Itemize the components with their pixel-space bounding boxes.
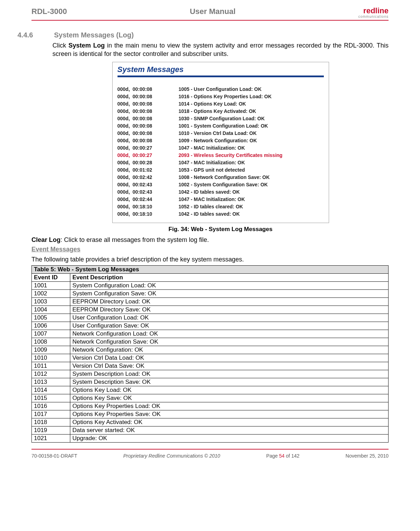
table-row: 1021Upgrade: OK	[32, 434, 389, 442]
event-desc-cell: Upgrade: OK	[70, 434, 389, 442]
table-row: 1008Network Configuration Save: OK	[32, 338, 389, 346]
log-time: 000d, 00:00:08	[118, 108, 179, 115]
log-row: 000d, 00:00:081030 - SNMP Configuration …	[118, 115, 324, 122]
log-row: 000d, 00:18:101052 - ID tables cleared: …	[118, 203, 324, 210]
log-time: 000d, 00:00:28	[118, 159, 179, 166]
log-row: 000d, 00:00:081005 - User Configuration …	[118, 86, 324, 93]
event-id-cell: 1005	[32, 314, 70, 322]
log-time: 000d, 00:00:08	[118, 100, 179, 108]
event-id-cell: 1019	[32, 426, 70, 434]
event-desc-cell: Options Key Properties Load: OK	[70, 402, 389, 410]
footer-page-current: 54	[279, 453, 285, 459]
log-message: 1002 - System Configuration Save: OK	[179, 181, 324, 188]
log-message: 1001 - System Configuration Load: OK	[179, 122, 324, 130]
log-row: 000d, 00:00:081001 - System Configuratio…	[118, 122, 324, 130]
event-id-cell: 1008	[32, 338, 70, 346]
table-row: 1003EEPROM Directory Load: OK	[32, 297, 389, 306]
event-id-cell: 1021	[32, 434, 70, 442]
log-time: 000d, 00:02:43	[118, 188, 179, 196]
table-row: 1014Options Key Load: OK	[32, 386, 389, 394]
screenshot-divider	[118, 76, 324, 77]
event-messages-heading: Event Messages	[31, 246, 389, 253]
col-header-event-id: Event ID	[32, 273, 70, 281]
log-row: 000d, 00:18:101042 - ID tables saved: OK	[118, 210, 324, 218]
log-row: 000d, 00:00:081009 - Network Configurati…	[118, 137, 324, 144]
figure-caption: Fig. 34: Web - System Log Messages	[52, 226, 389, 233]
event-desc-cell: EEPROM Directory Save: OK	[70, 306, 389, 314]
table-row: 1019Data server started: OK	[32, 426, 389, 434]
log-message: 2093 - Wireless Security Certificates mi…	[179, 152, 324, 159]
event-desc-cell: System Description Save: OK	[70, 378, 389, 386]
event-id-cell: 1007	[32, 330, 70, 338]
event-desc-cell: Network Configuration Load: OK	[70, 330, 389, 338]
event-id-cell: 1009	[32, 346, 70, 354]
header-title: User Manual	[190, 7, 236, 16]
log-message: 1042 - ID tables saved: OK	[179, 188, 324, 196]
table-row: 1018Options Key Activated: OK	[32, 418, 389, 426]
log-row: 000d, 00:02:431002 - System Configuratio…	[118, 181, 324, 188]
log-time: 000d, 00:18:10	[118, 203, 179, 210]
event-id-cell: 1003	[32, 297, 70, 306]
log-time: 000d, 00:18:10	[118, 210, 179, 218]
log-time: 000d, 00:02:44	[118, 196, 179, 203]
event-id-cell: 1002	[32, 289, 70, 297]
footer-copyright: Proprietary Redline Communications © 201…	[123, 453, 220, 459]
event-desc-cell: EEPROM Directory Load: OK	[70, 297, 389, 306]
log-row: 000d, 00:00:271047 - MAC Initialization:…	[118, 144, 324, 152]
log-time: 000d, 00:00:08	[118, 137, 179, 144]
footer-doc-id: 70-00158-01-DRAFT	[31, 453, 77, 459]
log-time: 000d, 00:00:08	[118, 122, 179, 130]
table-title-row: Table 5: Web - System Log Messages	[32, 265, 389, 273]
event-desc-cell: User Configuration Save: OK	[70, 322, 389, 330]
event-desc-cell: Network Configuration Save: OK	[70, 338, 389, 346]
table-row: 1004EEPROM Directory Save: OK	[32, 306, 389, 314]
screenshot-title: System Messages	[118, 65, 324, 74]
log-message: 1047 - MAC Initialization: OK	[179, 144, 324, 152]
log-message: 1053 - GPS unit not detected	[179, 166, 324, 174]
log-row: 000d, 00:00:081010 - Version Ctrl Data L…	[118, 130, 324, 137]
event-id-cell: 1015	[32, 394, 70, 402]
page-footer: 70-00158-01-DRAFT Proprietary Redline Co…	[31, 449, 389, 459]
event-id-cell: 1006	[32, 322, 70, 330]
log-time: 000d, 00:00:27	[118, 152, 179, 159]
event-desc-cell: Version Ctrl Data Save: OK	[70, 362, 389, 370]
event-desc-cell: Data server started: OK	[70, 426, 389, 434]
event-desc-cell: System Configuration Load: OK	[70, 281, 389, 289]
log-time: 000d, 00:01:02	[118, 166, 179, 174]
log-message: 1018 - Options Key Activated: OK	[179, 108, 324, 115]
log-row: 000d, 00:02:421008 - Network Configurati…	[118, 174, 324, 181]
event-id-cell: 1001	[32, 281, 70, 289]
log-row: 000d, 00:00:081014 - Options Key Load: O…	[118, 100, 324, 108]
log-row: 000d, 00:00:281047 - MAC Initialization:…	[118, 159, 324, 166]
log-row: 000d, 00:00:081018 - Options Key Activat…	[118, 108, 324, 115]
table-row: 1002System Configuration Save: OK	[32, 289, 389, 297]
event-id-cell: 1018	[32, 418, 70, 426]
screenshot-container: System Messages 000d, 00:00:081005 - Use…	[52, 62, 389, 223]
event-id-cell: 1012	[32, 370, 70, 378]
footer-page-prefix: Page	[266, 453, 279, 459]
table-header-row: Event ID Event Description	[32, 273, 389, 281]
log-time: 000d, 00:02:42	[118, 174, 179, 181]
intro-paragraph: Click System Log in the main menu to vie…	[52, 41, 389, 58]
log-body: 000d, 00:00:081005 - User Configuration …	[118, 86, 324, 218]
log-row: 000d, 00:00:272093 - Wireless Security C…	[118, 152, 324, 159]
event-intro-paragraph: The following table provides a brief des…	[31, 256, 389, 263]
log-message: 1047 - MAC Initialization: OK	[179, 196, 324, 203]
brand-logo: redline communications	[358, 7, 389, 19]
log-row: 000d, 00:02:431042 - ID tables saved: OK	[118, 188, 324, 196]
logo-subtext: communications	[358, 15, 389, 19]
clear-log-label: Clear Log	[31, 236, 60, 243]
clear-log-text: : Click to erase all messages from the s…	[60, 236, 209, 243]
table-row: 1006User Configuration Save: OK	[32, 322, 389, 330]
log-message: 1030 - SNMP Configuration Load: OK	[179, 115, 324, 122]
table-title: Table 5: Web - System Log Messages	[32, 265, 389, 273]
event-id-cell: 1016	[32, 402, 70, 410]
log-message: 1014 - Options Key Load: OK	[179, 100, 324, 108]
event-id-cell: 1017	[32, 410, 70, 418]
table-row: 1007Network Configuration Load: OK	[32, 330, 389, 338]
event-id-cell: 1004	[32, 306, 70, 314]
clear-log-paragraph: Clear Log: Click to erase all messages f…	[31, 236, 389, 244]
event-desc-cell: User Configuration Load: OK	[70, 314, 389, 322]
table-row: 1010Version Ctrl Data Load: OK	[32, 354, 389, 362]
event-desc-cell: System Configuration Save: OK	[70, 289, 389, 297]
